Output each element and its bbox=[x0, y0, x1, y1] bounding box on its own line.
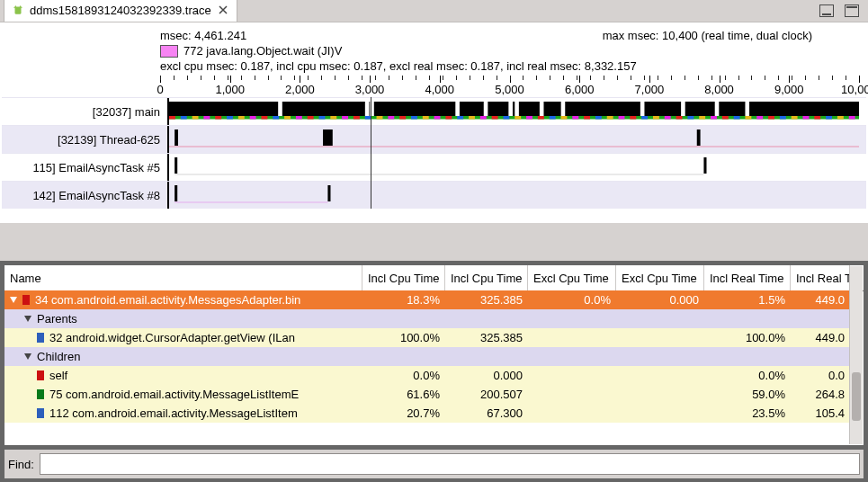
svg-rect-13 bbox=[745, 102, 749, 116]
column-header[interactable]: Incl Cpu Time bbox=[362, 265, 445, 290]
table-row[interactable]: 34 com.android.email.activity.MessagesAd… bbox=[4, 290, 850, 309]
svg-rect-60 bbox=[687, 116, 694, 120]
scale-label: 6,000 bbox=[565, 83, 595, 96]
svg-rect-50 bbox=[572, 116, 578, 120]
titlebar: ddms1581893124032392339.trace bbox=[0, 0, 868, 22]
table-row[interactable]: 32 android.widget.CursorAdapter.getView … bbox=[4, 328, 850, 347]
stats-text: excl cpu msec: 0.187, incl cpu msec: 0.1… bbox=[160, 58, 866, 74]
metric-cell: 61.6% bbox=[362, 388, 445, 401]
column-header[interactable]: Incl Real Time bbox=[704, 265, 791, 290]
svg-rect-70 bbox=[802, 116, 809, 120]
metric-cell: 0.000 bbox=[616, 293, 704, 307]
scale-label: 8,000 bbox=[704, 83, 734, 96]
svg-rect-59 bbox=[676, 116, 683, 120]
method-name: 34 com.android.email.activity.MessagesAd… bbox=[4, 293, 362, 307]
find-bar: Find: bbox=[4, 450, 864, 478]
thread-label: 115] EmailAsyncTask #5 bbox=[2, 154, 169, 181]
find-input[interactable] bbox=[40, 453, 860, 475]
method-table-panel: NameIncl Cpu TimeIncl Cpu TimeExcl Cpu T… bbox=[0, 261, 868, 482]
column-header[interactable]: Excl Cpu Time bbox=[616, 265, 704, 290]
svg-rect-0 bbox=[169, 102, 859, 116]
table-row[interactable]: Parents bbox=[4, 309, 850, 328]
scale-label: 0 bbox=[157, 83, 163, 96]
color-swatch bbox=[22, 295, 30, 305]
thread-lane: [32037] main bbox=[2, 97, 866, 125]
metric-cell: 325.385 bbox=[445, 331, 528, 344]
thread-track[interactable] bbox=[169, 182, 859, 209]
svg-rect-23 bbox=[261, 116, 267, 120]
thread-track[interactable] bbox=[169, 154, 859, 181]
svg-rect-33 bbox=[377, 116, 383, 120]
svg-rect-15 bbox=[169, 116, 175, 120]
metric-cell: 325.385 bbox=[445, 293, 528, 307]
vertical-scrollbar[interactable] bbox=[849, 266, 863, 444]
thread-track[interactable] bbox=[169, 126, 859, 153]
svg-rect-51 bbox=[584, 116, 590, 120]
svg-rect-72 bbox=[826, 116, 832, 120]
svg-rect-21 bbox=[238, 116, 245, 120]
maximize-icon[interactable] bbox=[845, 4, 859, 17]
svg-rect-61 bbox=[699, 116, 705, 120]
expand-icon[interactable] bbox=[24, 316, 31, 322]
table-header[interactable]: NameIncl Cpu TimeIncl Cpu TimeExcl Cpu T… bbox=[4, 265, 864, 291]
table-row[interactable]: self0.0%0.0000.0%0.0 bbox=[4, 366, 850, 385]
svg-rect-25 bbox=[284, 116, 291, 120]
svg-rect-16 bbox=[181, 116, 187, 120]
time-cursor[interactable] bbox=[371, 97, 371, 209]
column-header[interactable]: Incl Cpu Time bbox=[445, 265, 528, 290]
metric-cell: 23.5% bbox=[704, 406, 791, 420]
svg-rect-39 bbox=[445, 116, 452, 120]
table-row[interactable]: 75 com.android.email.activity.MessageLis… bbox=[4, 385, 850, 404]
find-label: Find: bbox=[8, 458, 34, 471]
method-name: 75 com.android.email.activity.MessageLis… bbox=[4, 388, 362, 401]
method-name: 112 com.android.email.activity.MessageLi… bbox=[4, 406, 362, 420]
svg-rect-24 bbox=[273, 116, 279, 120]
column-header[interactable]: Incl Real Ti bbox=[791, 265, 850, 290]
table-row[interactable]: Children bbox=[4, 347, 850, 366]
svg-rect-57 bbox=[653, 116, 659, 120]
expand-icon[interactable] bbox=[24, 353, 31, 360]
svg-rect-83 bbox=[327, 185, 330, 201]
column-header[interactable]: Name bbox=[4, 265, 362, 290]
svg-rect-37 bbox=[423, 116, 429, 120]
svg-rect-11 bbox=[681, 102, 685, 116]
svg-rect-28 bbox=[319, 116, 326, 120]
timeline-panel: msec: 4,461.241 max msec: 10,400 (real t… bbox=[0, 22, 868, 223]
svg-rect-31 bbox=[353, 116, 360, 120]
minimize-icon[interactable] bbox=[819, 4, 834, 17]
svg-rect-75 bbox=[174, 129, 178, 146]
metric-cell: 59.0% bbox=[704, 388, 791, 401]
legend-text: 772 java.lang.Object.wait (JI)V bbox=[183, 43, 342, 58]
svg-rect-80 bbox=[703, 157, 706, 174]
svg-rect-42 bbox=[480, 116, 487, 120]
metric-cell: 200.507 bbox=[445, 388, 528, 401]
scale-label: 3,000 bbox=[355, 83, 385, 96]
svg-rect-67 bbox=[768, 116, 774, 120]
metric-cell: 0.000 bbox=[445, 369, 528, 382]
thread-label: [32037] main bbox=[2, 98, 169, 125]
ddms-trace-window: ddms1581893124032392339.trace msec: 4,46… bbox=[0, 0, 868, 482]
metric-cell: 449.0 bbox=[791, 293, 850, 307]
svg-rect-20 bbox=[227, 116, 233, 120]
method-name: Parents bbox=[4, 312, 362, 326]
thread-track[interactable] bbox=[169, 98, 859, 125]
svg-rect-68 bbox=[780, 116, 786, 120]
svg-rect-54 bbox=[619, 116, 625, 120]
svg-rect-44 bbox=[503, 116, 509, 120]
metric-cell: 100.0% bbox=[704, 331, 791, 344]
scroll-thumb[interactable] bbox=[852, 372, 861, 421]
tab-title: ddms1581893124032392339.trace bbox=[30, 4, 211, 17]
svg-rect-8 bbox=[540, 102, 544, 116]
file-tab[interactable]: ddms1581893124032392339.trace bbox=[4, 0, 237, 22]
svg-rect-43 bbox=[492, 116, 498, 120]
metric-cell: 20.7% bbox=[362, 406, 445, 420]
svg-rect-27 bbox=[308, 116, 314, 120]
table-row[interactable]: 112 com.android.email.activity.MessageLi… bbox=[4, 404, 850, 423]
thread-lanes[interactable]: [32037] main[32139] Thread-625115] Email… bbox=[2, 97, 866, 209]
expand-icon[interactable] bbox=[10, 297, 17, 303]
close-icon[interactable] bbox=[217, 4, 229, 16]
column-header[interactable]: Excl Cpu Time bbox=[528, 265, 616, 290]
svg-rect-76 bbox=[323, 129, 333, 146]
svg-rect-69 bbox=[792, 116, 798, 120]
table-body[interactable]: 34 com.android.email.activity.MessagesAd… bbox=[4, 290, 850, 445]
